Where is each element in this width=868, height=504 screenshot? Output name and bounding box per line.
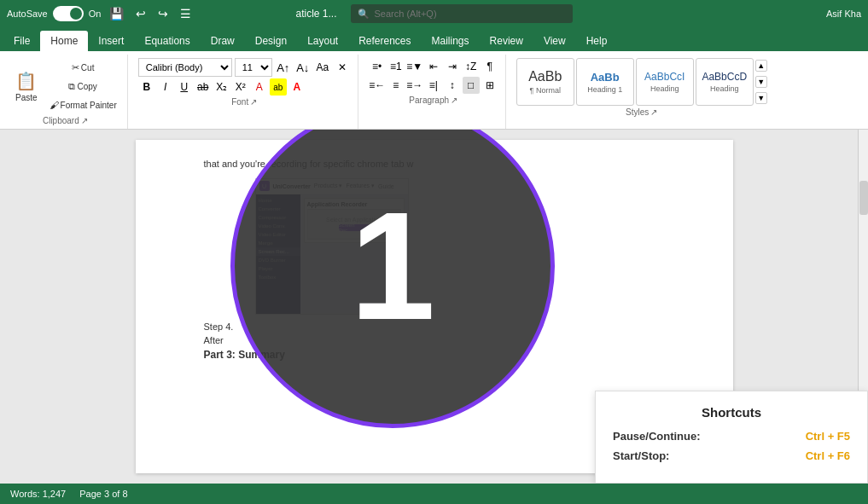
styles-group: AaBb ¶ Normal AaBb Heading 1 AaBbCcI Hea…	[510, 55, 774, 129]
search-input[interactable]	[375, 9, 545, 19]
tab-layout[interactable]: Layout	[297, 31, 348, 51]
italic-button[interactable]: I	[157, 78, 174, 96]
font-grow-button[interactable]: A↑	[275, 59, 292, 76]
clipboard-expand-icon[interactable]: ↗	[81, 116, 88, 125]
tab-draw[interactable]: Draw	[201, 31, 245, 51]
text-color-button[interactable]: A	[288, 78, 306, 96]
style-heading2[interactable]: AaBbCcI Heading	[636, 58, 694, 106]
subscript-button[interactable]: X₂	[213, 78, 230, 96]
autosave-label: AutoSave	[7, 9, 48, 19]
statusbar-words: Words: 1,247	[10, 489, 66, 499]
sort-button[interactable]: ↕Z	[463, 58, 480, 75]
multilevel-list-button[interactable]: ≡▼	[406, 58, 423, 75]
styles-scroll-up[interactable]: ▲	[755, 60, 767, 72]
menu-icon[interactable]: ☰	[177, 5, 195, 22]
ribbon-tabs: File Home Insert Equations Draw Design L…	[0, 27, 868, 51]
tab-home[interactable]: Home	[40, 31, 88, 51]
undo-icon[interactable]: ↩	[132, 5, 149, 22]
cut-button[interactable]: ✂ Cut	[46, 59, 120, 76]
style-normal[interactable]: AaBb ¶ Normal	[516, 58, 574, 106]
paragraph-expand-icon[interactable]: ↗	[451, 96, 457, 105]
bullet-list-button[interactable]: ≡•	[369, 58, 386, 75]
style-heading1-label: Heading 1	[587, 85, 622, 94]
font-family-select[interactable]: Calibri (Body)	[138, 58, 232, 77]
decrease-indent-button[interactable]: ⇤	[425, 58, 442, 75]
format-painter-button[interactable]: 🖌 Format Painter	[46, 96, 120, 113]
tab-insert[interactable]: Insert	[88, 31, 134, 51]
titlebar-right: Asif Kha	[651, 9, 861, 19]
titlebar-center: aticle 1... 🔍	[224, 4, 644, 23]
para-row-2: ≡← ≡ ≡→ ≡| ↕ □ ⊞	[369, 77, 498, 94]
align-right-button[interactable]: ≡→	[406, 77, 423, 94]
font-color-button[interactable]: A	[251, 78, 268, 96]
strikethrough-button[interactable]: ab	[195, 78, 212, 96]
font-size-select[interactable]: 11	[235, 58, 272, 77]
para-group-content: ≡• ≡1 ≡▼ ⇤ ⇥ ↕Z ¶ ≡← ≡ ≡→ ≡| ↕ □ ⊞	[369, 58, 498, 94]
show-formatting-button[interactable]: ¶	[481, 58, 498, 75]
font-expand-icon[interactable]: ↗	[250, 97, 257, 107]
styles-more[interactable]: ▼	[755, 92, 767, 104]
paragraph-group: ≡• ≡1 ≡▼ ⇤ ⇥ ↕Z ¶ ≡← ≡ ≡→ ≡| ↕ □ ⊞ Parag…	[362, 55, 506, 129]
shading-button[interactable]: □	[463, 77, 480, 94]
tab-design[interactable]: Design	[245, 31, 297, 51]
clipboard-content: 📋 Paste ✂ Cut ⧉ Copy 🖌 Format Painter	[10, 58, 120, 114]
styles-scroll-down[interactable]: ▼	[755, 76, 767, 88]
doc-scrollbar-thumb[interactable]	[859, 181, 868, 215]
underline-button[interactable]: U	[176, 78, 193, 96]
font-shrink-button[interactable]: A↓	[294, 59, 312, 76]
superscript-button[interactable]: X²	[232, 78, 249, 96]
clipboard-group: 📋 Paste ✂ Cut ⧉ Copy 🖌 Format Painter Cl…	[3, 55, 128, 129]
bold-button[interactable]: B	[138, 78, 155, 96]
shortcut-row-pause: Pause/Continue: Ctrl + F5	[613, 430, 850, 443]
styles-container: AaBb ¶ Normal AaBb Heading 1 AaBbCcI Hea…	[516, 58, 767, 106]
user-name: Asif Kha	[826, 9, 861, 19]
line-spacing-button[interactable]: ↕	[444, 77, 461, 94]
style-heading2-preview: AaBbCcI	[644, 71, 684, 83]
styles-scroll: ▲ ▼ ▼	[755, 58, 767, 106]
autosave-knob	[70, 8, 82, 20]
align-left-button[interactable]: ≡←	[369, 77, 386, 94]
statusbar-page: Page 3 of 8	[79, 489, 127, 499]
shortcut-start-desc: Start/Stop:	[613, 449, 669, 462]
tab-references[interactable]: References	[348, 31, 421, 51]
shortcuts-title: Shortcuts	[613, 405, 850, 420]
font-label: Font ↗	[231, 97, 257, 107]
para-row-1: ≡• ≡1 ≡▼ ⇤ ⇥ ↕Z ¶	[369, 58, 498, 75]
increase-indent-button[interactable]: ⇥	[444, 58, 461, 75]
overlay-number: 1	[350, 189, 435, 343]
clear-format-button[interactable]: ✕	[334, 59, 351, 76]
justify-button[interactable]: ≡|	[425, 77, 442, 94]
highlight-button[interactable]: ab	[270, 78, 287, 96]
tab-review[interactable]: Review	[480, 31, 533, 51]
change-case-button[interactable]: Aa	[314, 59, 331, 76]
paste-button[interactable]: 📋 Paste	[10, 63, 43, 109]
paste-label: Paste	[15, 93, 38, 102]
copy-button[interactable]: ⧉ Copy	[46, 78, 120, 95]
save-icon[interactable]: 💾	[106, 5, 127, 22]
style-normal-label: ¶ Normal	[530, 86, 561, 95]
borders-button[interactable]: ⊞	[481, 77, 498, 94]
tab-help[interactable]: Help	[576, 31, 618, 51]
font-group-content: Calibri (Body) 11 A↑ A↓ Aa ✕ B I U ab X₂…	[138, 58, 351, 96]
align-center-button[interactable]: ≡	[387, 77, 405, 94]
tab-file[interactable]: File	[3, 31, 40, 51]
style-heading1-preview: AaBb	[591, 71, 620, 84]
autosave-toggle[interactable]	[53, 6, 84, 21]
style-heading1[interactable]: AaBb Heading 1	[576, 58, 634, 106]
tab-view[interactable]: View	[533, 31, 576, 51]
styles-expand-icon[interactable]: ↗	[650, 107, 657, 117]
style-heading3[interactable]: AaBbCcD Heading	[696, 58, 754, 106]
numbered-list-button[interactable]: ≡1	[387, 58, 405, 75]
document-area: that and you're recording for specific c…	[0, 130, 868, 484]
tab-equations[interactable]: Equations	[134, 31, 200, 51]
redo-icon[interactable]: ↪	[154, 5, 172, 22]
search-box[interactable]: 🔍	[351, 4, 573, 23]
tab-mailings[interactable]: Mailings	[422, 31, 480, 51]
shortcut-pause-desc: Pause/Continue:	[613, 430, 701, 443]
titlebar-left: AutoSave On 💾 ↩ ↪ ☰	[7, 5, 217, 22]
style-heading2-label: Heading	[650, 84, 679, 93]
style-normal-preview: AaBb	[528, 69, 562, 84]
font-row-1: Calibri (Body) 11 A↑ A↓ Aa ✕	[138, 58, 351, 77]
shortcuts-panel: Shortcuts Pause/Continue: Ctrl + F5 Star…	[595, 391, 868, 484]
font-format-row: B I U ab X₂ X² A ab A	[138, 78, 351, 96]
